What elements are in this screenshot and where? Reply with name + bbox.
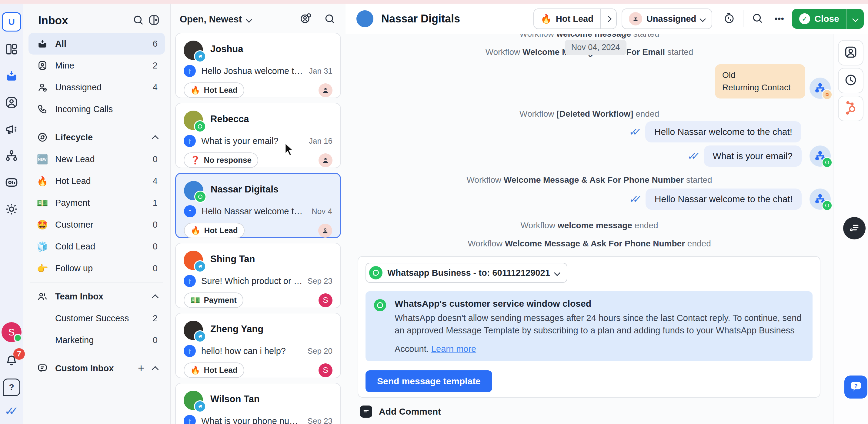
- message-composer: Whatsapp Business - to: 601112129021 Wha…: [358, 256, 820, 398]
- collapse-panel-icon: [148, 14, 160, 27]
- lifecycle-next-stage-button[interactable]: [600, 9, 616, 29]
- lifecycle-stage-button[interactable]: 🔥Hot Lead: [533, 8, 617, 29]
- inbox-item-incoming-calls[interactable]: Incoming Calls: [29, 98, 165, 120]
- conversation-card-nassar-digitals[interactable]: Nassar Digitals ↑ Hello Nassar welcome t…: [175, 173, 341, 238]
- reports-nav-button[interactable]: [3, 175, 20, 191]
- lifecycle-item-customer[interactable]: 🤩 Customer 0: [29, 214, 165, 236]
- assignee-avatar: S: [318, 293, 333, 307]
- conversation-card-joshua[interactable]: Joshua ↑ Hello Joshua welcome to th... J…: [175, 33, 341, 98]
- collapse-sidebar-button[interactable]: [146, 13, 162, 29]
- section-custom-inbox[interactable]: Custom Inbox +: [29, 357, 165, 379]
- read-receipt-icon: ✓✓: [628, 193, 638, 205]
- getting-started-icon[interactable]: ✓✓: [4, 404, 12, 418]
- snooze-timer-button[interactable]: [721, 11, 737, 27]
- lifecycle-item-new-lead[interactable]: 🆕 New Lead 0: [29, 148, 165, 170]
- gear-icon: [5, 203, 18, 217]
- service-window-notice: WhatsApp's customer service window close…: [366, 291, 812, 361]
- right-utility-rail: ?: [833, 34, 868, 424]
- team-item-customer-success[interactable]: Customer Success 2: [29, 307, 165, 329]
- send-message-template-button[interactable]: Send message template: [366, 370, 492, 392]
- contacts-icon: [5, 96, 18, 110]
- conversation-card-wilson-tan[interactable]: Wilson Tan ↑ What is your phone number? …: [175, 383, 341, 424]
- conversation-search-button[interactable]: [322, 11, 338, 27]
- notice-title: WhatsApp's customer service window close…: [395, 299, 804, 309]
- inbox-item-all[interactable]: All 6: [29, 33, 165, 55]
- telegram-channel-icon: [194, 330, 206, 342]
- chat-area: Nassar Digitals 🔥Hot Lead Unassigned •••…: [345, 4, 868, 424]
- channel-selector-dropdown[interactable]: Whatsapp Business - to: 601112129021: [366, 263, 567, 283]
- message-bubble: What is your email?: [704, 146, 802, 167]
- chevron-up-icon[interactable]: [152, 135, 159, 142]
- lifecycle-icon: [36, 132, 49, 143]
- support-chat-button[interactable]: ?: [844, 375, 867, 398]
- activity-history-button[interactable]: [838, 68, 864, 93]
- lifecycle-item-payment[interactable]: 💵 Payment 1: [29, 192, 165, 214]
- mouse-cursor: [283, 143, 296, 158]
- contact-name: Rebecca: [210, 114, 249, 125]
- inbox-nav-button[interactable]: [3, 68, 20, 85]
- notification-badge: 7: [13, 348, 25, 360]
- timer-icon: [723, 12, 735, 25]
- workflows-icon: [5, 149, 18, 163]
- workspace-logo[interactable]: U: [2, 12, 21, 32]
- comment-icon: [360, 405, 372, 418]
- message-date: Sep 20: [308, 346, 333, 356]
- lifecycle-item-hot-lead[interactable]: 🔥 Hot Lead 4: [29, 170, 165, 192]
- search-icon: [132, 14, 144, 27]
- add-contact-button[interactable]: [298, 11, 313, 27]
- add-comment-button[interactable]: Add Comment: [360, 405, 441, 418]
- section-lifecycle[interactable]: Lifecycle: [29, 126, 165, 148]
- clock-icon: [844, 73, 858, 88]
- workflow-event: Workflow [Deleted Workflow] ended: [345, 109, 833, 119]
- outgoing-message-row: ✓✓ What is your email?: [345, 146, 831, 167]
- chat-search-button[interactable]: [749, 11, 765, 27]
- workflows-nav-button[interactable]: [3, 148, 20, 165]
- lifecycle-item-follow-up[interactable]: 👉 Follow up 0: [29, 257, 165, 279]
- star-struck-emoji: 🤩: [36, 219, 49, 230]
- svg-text:?: ?: [854, 383, 858, 389]
- chevron-right-icon: [605, 16, 612, 22]
- telegram-channel-icon: [194, 260, 206, 272]
- divider: [743, 10, 743, 27]
- chevron-up-icon[interactable]: [152, 294, 159, 301]
- learn-more-link[interactable]: Learn more: [431, 344, 476, 354]
- lifecycle-item-cold-lead[interactable]: 🧊 Cold Lead 0: [29, 236, 165, 257]
- divider: [30, 354, 163, 354]
- assignee-dropdown[interactable]: Unassigned: [622, 8, 712, 29]
- contacts-nav-button[interactable]: [3, 95, 20, 112]
- dashboard-nav-button[interactable]: [3, 41, 20, 58]
- more-options-button[interactable]: •••: [771, 11, 787, 27]
- add-custom-inbox-button[interactable]: +: [138, 362, 144, 374]
- settings-nav-button[interactable]: [3, 201, 20, 218]
- conversation-card-shing-tan[interactable]: Shing Tan ↑ Sure! Which product or serv.…: [175, 243, 341, 308]
- close-options-button[interactable]: [846, 9, 864, 29]
- contact-tag-badge-icon: [822, 89, 833, 100]
- chat-header: Nassar Digitals 🔥Hot Lead Unassigned •••…: [345, 4, 868, 34]
- chevron-up-icon[interactable]: [152, 366, 159, 373]
- user-avatar[interactable]: S: [1, 322, 22, 342]
- side-panel-toggle-button[interactable]: [843, 217, 866, 239]
- conversation-card-zheng-yang[interactable]: Zheng Yang ↑ hello! how can i help? Sep …: [175, 313, 341, 378]
- inbox-mine-count: 2: [153, 61, 158, 71]
- app-window: U S 7 ? ✓✓: [0, 0, 868, 424]
- conversation-filter-dropdown[interactable]: Open, Newest: [180, 14, 251, 25]
- close-conversation-button[interactable]: ✓Close: [792, 9, 864, 29]
- contact-details-button[interactable]: [838, 40, 864, 65]
- inbox-search-button[interactable]: [130, 13, 146, 29]
- outgoing-message-icon: ↑: [184, 415, 196, 424]
- inbox-item-mine[interactable]: Mine 2: [29, 55, 165, 77]
- unassigned-avatar-icon: [318, 83, 333, 97]
- broadcast-nav-button[interactable]: [3, 121, 20, 138]
- reports-icon: [5, 176, 18, 190]
- notifications-button[interactable]: 7: [3, 353, 20, 369]
- message-thread[interactable]: Workflow welcome message started Nov 04,…: [345, 34, 833, 424]
- panel-list-icon: [848, 221, 861, 235]
- hubspot-integration-button[interactable]: [838, 96, 864, 121]
- help-center-button[interactable]: ?: [3, 378, 20, 396]
- conversation-card-rebecca[interactable]: Rebecca ↑ What is your email? Jan 16 ❓No…: [175, 103, 341, 168]
- message-date: Jan 31: [309, 66, 333, 76]
- section-team-inbox[interactable]: Team Inbox: [29, 285, 165, 307]
- inbox-item-unassigned[interactable]: Unassigned 4: [29, 77, 165, 98]
- message-bubble: Hello Nassar welcome to the chat!: [646, 188, 802, 210]
- team-item-marketing[interactable]: Marketing 0: [29, 329, 165, 351]
